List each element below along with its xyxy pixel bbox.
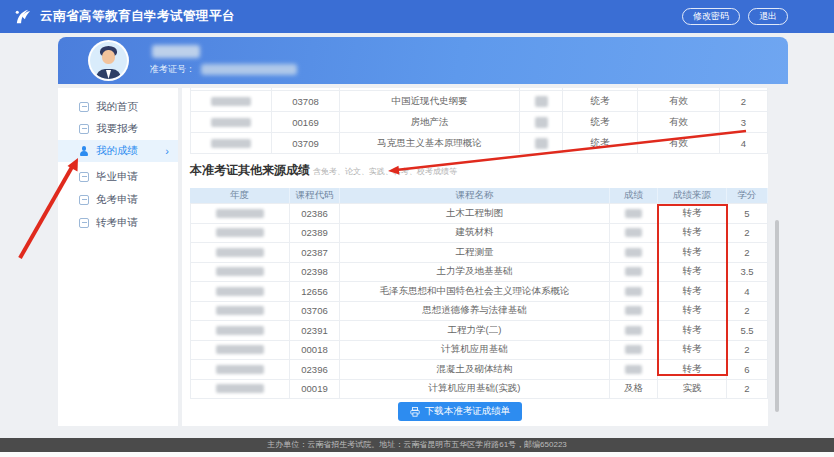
download-button-label: 下载本准考证成绩单 bbox=[425, 405, 511, 418]
cell-score bbox=[610, 321, 658, 340]
page-title: 云南省高等教育自学考试管理平台 bbox=[40, 8, 235, 25]
exam-platform-screen: 云南省高等教育自学考试管理平台 修改密码 退出 准考证号： 我的首页我要报考我的… bbox=[0, 0, 834, 457]
cell-score-source: 转考 bbox=[658, 321, 727, 340]
cell-score-source: 统考 bbox=[563, 112, 638, 132]
current-score-row: 00169房地产法统考有效3 bbox=[190, 112, 768, 133]
cell-credit: 2 bbox=[727, 224, 768, 243]
cell-course-name: 中国近现代史纲要 bbox=[340, 91, 520, 111]
redacted-value bbox=[625, 365, 642, 374]
cell-score bbox=[610, 263, 658, 282]
current-score-row: 03709马克思主义基本原理概论统考有效4 bbox=[190, 133, 768, 154]
cell-score bbox=[610, 341, 658, 360]
cell-score bbox=[520, 133, 563, 153]
exam-id-line: 准考证号： bbox=[150, 63, 297, 76]
cell-score-source: 统考 bbox=[563, 91, 638, 111]
sidebar-item-4[interactable]: 毕业申请 bbox=[58, 166, 178, 188]
cell-score-source: 转考 bbox=[658, 204, 727, 223]
cell-credit: 2 bbox=[727, 302, 768, 321]
logout-button[interactable]: 退出 bbox=[748, 8, 788, 25]
cell-credit: 4 bbox=[727, 282, 768, 301]
clipped-cell bbox=[520, 88, 563, 90]
cell-year bbox=[190, 321, 290, 340]
other-score-row: 02386土木工程制图转考5 bbox=[190, 204, 768, 224]
header-cell: 成绩 bbox=[610, 188, 658, 203]
redacted-value bbox=[625, 267, 642, 276]
header-cell: 课程代码 bbox=[290, 188, 340, 203]
cell-score-source: 转考 bbox=[658, 360, 727, 379]
vertical-scrollbar[interactable] bbox=[775, 220, 779, 412]
cell-course-name: 马克思主义基本原理概论 bbox=[340, 133, 520, 153]
cell-course-name: 计算机应用基础(实践) bbox=[340, 380, 610, 399]
redacted-value bbox=[216, 228, 264, 237]
redacted-value bbox=[625, 209, 642, 218]
download-transcript-button[interactable]: 下载本准考证成绩单 bbox=[398, 402, 522, 421]
sidebar-item-2[interactable]: 我要报考 bbox=[58, 118, 178, 140]
redacted-value bbox=[535, 96, 548, 107]
cell-course-name: 混凝土及砌体结构 bbox=[340, 360, 610, 379]
cell-score-source: 转考 bbox=[658, 224, 727, 243]
sidebar-item-6[interactable]: 转考申请 bbox=[58, 212, 178, 234]
redacted-value bbox=[625, 326, 642, 335]
other-score-row: 02387工程测量转考2 bbox=[190, 243, 768, 263]
cell-score-source: 转考 bbox=[658, 302, 727, 321]
cell-course-code: 02389 bbox=[290, 224, 340, 243]
other-score-row: 03706思想道德修养与法律基础转考2 bbox=[190, 302, 768, 322]
clipped-cell bbox=[340, 88, 520, 90]
cell-year bbox=[190, 302, 290, 321]
chevron-right-icon: › bbox=[165, 145, 169, 157]
other-scores-section-title: 本准考证其他来源成绩含免考、论文、实践、转考、校考成绩等 bbox=[190, 162, 457, 179]
cell-course-code: 02386 bbox=[290, 204, 340, 223]
sidebar-item-5[interactable]: 免考申请 bbox=[58, 189, 178, 211]
sidebar-item-3[interactable]: 我的成绩› bbox=[58, 140, 178, 162]
redacted-value bbox=[216, 267, 264, 276]
cell-credit: 3.5 bbox=[727, 263, 768, 282]
cell-score bbox=[610, 302, 658, 321]
cell-credit: 2 bbox=[720, 91, 768, 111]
sidebar-item-label: 毕业申请 bbox=[96, 170, 138, 184]
header-cell: 学分 bbox=[727, 188, 768, 203]
change-password-button[interactable]: 修改密码 bbox=[682, 8, 740, 25]
redacted-value bbox=[216, 306, 264, 315]
cell-score-source: 转考 bbox=[658, 282, 727, 301]
other-score-row: 12656毛泽东思想和中国特色社会主义理论体系概论转考4 bbox=[190, 282, 768, 302]
cell-validity: 有效 bbox=[638, 133, 720, 153]
redacted-value bbox=[535, 117, 548, 128]
avatar-face bbox=[102, 50, 115, 64]
header-cell: 成绩来源 bbox=[658, 188, 727, 203]
other-table-header-row: 年度课程代码课程名称成绩成绩来源学分 bbox=[190, 188, 768, 204]
cell-course-code: 00018 bbox=[290, 341, 340, 360]
page-footer: 主办单位：云南省招生考试院。地址：云南省昆明市五华区学府路61号，邮编65022… bbox=[0, 438, 834, 452]
redacted-value bbox=[625, 306, 642, 315]
cell-year bbox=[190, 224, 290, 243]
clipped-cell bbox=[190, 88, 272, 90]
cell-credit: 3 bbox=[720, 112, 768, 132]
redacted-value bbox=[216, 209, 264, 218]
cell-course-code: 00019 bbox=[290, 380, 340, 399]
avatar bbox=[88, 40, 129, 81]
cell-course-name: 思想道德修养与法律基础 bbox=[340, 302, 610, 321]
cell-course-name: 房地产法 bbox=[340, 112, 520, 132]
other-scores-table: 年度课程代码课程名称成绩成绩来源学分02386土木工程制图转考502389建筑材… bbox=[190, 188, 768, 399]
exam-id-redacted bbox=[201, 64, 297, 75]
cell-credit: 6 bbox=[727, 360, 768, 379]
cell-score bbox=[610, 360, 658, 379]
cell-year bbox=[190, 204, 290, 223]
user-banner: 准考证号： bbox=[58, 37, 788, 84]
cell-year bbox=[190, 380, 290, 399]
cell-score bbox=[520, 91, 563, 111]
printer-icon bbox=[410, 407, 420, 417]
cell-score-source: 转考 bbox=[658, 263, 727, 282]
cell-course-code: 12656 bbox=[290, 282, 340, 301]
person-icon bbox=[79, 146, 89, 156]
sidebar-item-1[interactable]: 我的首页 bbox=[58, 96, 178, 118]
clipped-cell bbox=[720, 88, 768, 90]
cell-year bbox=[190, 112, 272, 132]
cell-course-code: 02398 bbox=[290, 263, 340, 282]
cell-score bbox=[610, 224, 658, 243]
clipped-cell bbox=[272, 88, 340, 90]
cell-year bbox=[190, 263, 290, 282]
cell-year bbox=[190, 243, 290, 262]
redacted-value bbox=[216, 287, 264, 296]
redacted-value bbox=[216, 248, 264, 257]
user-name-redacted bbox=[152, 45, 200, 58]
